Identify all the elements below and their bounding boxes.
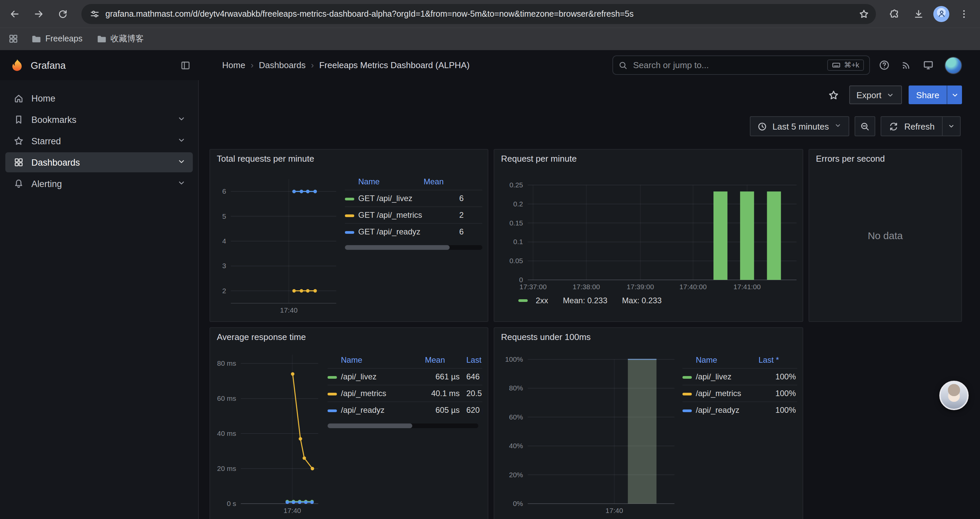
favorite-dashboard-button[interactable] [825,86,842,104]
sidebar-item-label: Dashboards [31,157,169,167]
breadcrumb-item[interactable]: Home [222,60,245,70]
downloads-button[interactable] [909,4,928,23]
legend-column-header[interactable]: Mean [424,174,482,190]
svg-text:0.05: 0.05 [509,257,523,265]
legend-column-header[interactable]: Name [328,352,425,368]
chevron-down-icon [177,135,186,145]
browser-profile-avatar[interactable] [933,6,949,22]
legend-column-header[interactable]: Name [345,174,424,190]
refresh-icon [889,121,899,131]
legend-scrollbar-track[interactable] [345,245,482,250]
legend-row[interactable]: GET /api/_livez6 [345,190,482,206]
bookmark-icon [13,114,24,125]
sidebar-item-expand[interactable] [177,156,186,168]
panel-title[interactable]: Request per minute [494,150,803,168]
svg-text:0 s: 0 s [227,500,236,507]
breadcrumb-item[interactable]: Dashboards [259,60,305,70]
time-range-picker[interactable]: Last 5 minutes [750,116,850,136]
sidebar-item-alerting[interactable]: Alerting [5,174,193,194]
rss-icon[interactable] [900,59,912,71]
series-value: 100% [759,385,797,401]
bar-chart[interactable]: 17:37:0017:38:0017:39:0017:40:0017:41:00… [500,168,800,293]
svg-text:17:39:00: 17:39:00 [627,283,654,291]
breadcrumb-item: Freeleaps Metrics Dashboard (ALPHA) [319,60,470,70]
forward-button[interactable] [29,4,48,23]
user-avatar[interactable] [945,56,962,74]
legend: 2xx Mean: 0.233 Max: 0.233 [500,296,662,305]
legend-row[interactable]: /api/_livez661 µs646 µs [328,368,482,385]
share-button-main[interactable]: Share [909,86,947,104]
svg-text:5: 5 [222,212,226,220]
url-bar[interactable]: grafana.mathmast.com/d/deytv4rwavabkb/fr… [81,4,876,24]
svg-text:60%: 60% [509,413,523,421]
assistant-avatar[interactable] [939,381,969,410]
bookmark-folder[interactable]: 收藏博客 [96,33,144,45]
legend-column-header[interactable]: Last * [759,352,797,368]
sidebar-item-dashboards[interactable]: Dashboards [5,152,193,172]
sidebar-item-expand[interactable] [177,114,186,125]
panel-title[interactable]: Total requests per minute [210,150,488,168]
series-value: 100% [759,402,797,418]
legend-row[interactable]: /api/_metrics40.1 ms20.5 ms [328,385,482,401]
grafana-logo-icon[interactable] [10,58,24,72]
legend-scrollbar-thumb[interactable] [345,245,449,250]
series-value: 100% [759,369,797,385]
collapse-sidebar-icon[interactable] [180,60,191,70]
svg-text:80%: 80% [509,384,523,392]
legend-row[interactable]: GET /api/_metrics2 [345,206,482,223]
legend-row[interactable]: /api/_livez100% [682,368,797,385]
site-info-icon[interactable] [89,8,100,19]
series-value: 661 µs [425,369,460,385]
legend-scrollbar-track[interactable] [328,423,478,428]
sidebar-item-expand[interactable] [177,135,186,147]
refresh-button[interactable]: Refresh [881,117,942,136]
no-data-message: No data [809,168,961,302]
reload-button[interactable] [53,4,72,23]
legend-item[interactable]: 2xx [519,296,548,305]
dashboard-canvas: Total requests per minute 17:4065432 Nam… [199,137,980,519]
bar-chart[interactable]: 17:40100%80%60%40%20%0% [500,347,677,517]
apps-grid-icon[interactable] [8,34,19,44]
folder-icon [96,34,107,44]
sidebar-item-label: Starred [31,136,169,146]
url-text[interactable]: grafana.mathmast.com/d/deytv4rwavabkb/fr… [105,9,853,18]
time-series-chart[interactable]: 17:4065432 [215,168,340,316]
sidebar-item-expand[interactable] [177,178,186,189]
legend-column-header[interactable]: Name [682,352,759,368]
bookmark-folder[interactable]: Freeleaps [31,33,83,45]
extensions-button[interactable] [885,4,904,23]
breadcrumb: Home›Dashboards›Freeleaps Metrics Dashbo… [199,60,470,70]
zoom-out-time-button[interactable] [855,116,876,136]
legend-scrollbar-thumb[interactable] [328,423,412,428]
browser-menu-button[interactable] [955,4,973,23]
legend-column-header[interactable]: Mean [425,352,460,368]
reload-icon [57,8,68,19]
chevron-down-icon [177,156,186,166]
sidebar-item-starred[interactable]: Starred [5,131,193,151]
legend-row[interactable]: /api/_readyz605 µs620 µs [328,401,482,418]
search-input[interactable]: Search or jump to... ⌘+k [612,56,870,75]
monitor-icon[interactable] [923,59,934,71]
series-value: 620 µs [460,402,482,418]
svg-text:0: 0 [519,276,523,284]
panel-title[interactable]: Average response time [210,328,488,347]
panel-title[interactable]: Requests under 100ms [494,328,803,347]
sidebar-item-home[interactable]: Home [5,88,193,108]
legend-row[interactable]: /api/_readyz100% [682,401,797,418]
back-arrow-icon [10,8,20,19]
share-button-dropdown[interactable] [947,86,962,104]
export-button[interactable]: Export [849,86,902,104]
sidebar-item-label: Home [31,93,186,103]
legend-row[interactable]: /api/_metrics100% [682,385,797,401]
back-button[interactable] [5,4,24,23]
sidebar-item-bookmarks[interactable]: Bookmarks [5,110,193,129]
bookmark-star-icon[interactable] [859,8,869,19]
zoom-out-icon [860,121,870,131]
legend-row[interactable]: GET /api/_readyz6 [345,223,482,240]
help-icon[interactable] [878,59,890,71]
refresh-interval-dropdown[interactable] [942,117,960,136]
legend-column-header[interactable]: Last * [460,352,482,368]
sidebar-nav: HomeBookmarksStarredDashboardsAlerting [0,80,199,519]
panel-title[interactable]: Errors per second [809,150,961,168]
time-series-chart[interactable]: 17:4080 ms60 ms40 ms20 ms0 s [215,347,322,519]
